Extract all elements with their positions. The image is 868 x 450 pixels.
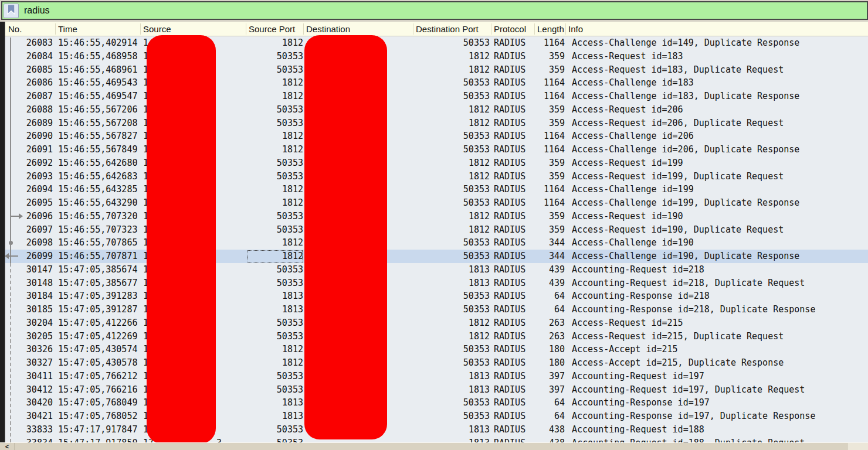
cell-length: 359 <box>535 223 565 237</box>
cell-protocol: RADIUS <box>490 396 535 410</box>
column-header-length[interactable]: Length <box>535 23 566 35</box>
packet-row[interactable]: 2608315:46:55,4029141181250353RADIUS1164… <box>0 36 868 50</box>
cell-source-port: 50353 <box>246 263 303 277</box>
cell-no: 26094 <box>0 183 53 196</box>
cell-protocol: RADIUS <box>490 36 535 50</box>
packet-row[interactable]: 3041115:47:05,7662121503531813RADIUS397A… <box>0 370 868 383</box>
cell-source-port: 1812 <box>246 250 303 263</box>
packet-row[interactable]: 3014815:47:05,3856771503531813RADIUS439A… <box>0 277 868 290</box>
cell-no: 26083 <box>0 36 53 50</box>
cell-source-port: 1813 <box>246 289 303 303</box>
cell-destination-port: 50353 <box>413 76 490 90</box>
cell-length: 359 <box>535 117 565 130</box>
filter-bookmark-button[interactable] <box>4 4 19 18</box>
packet-row[interactable]: 3020415:47:05,4122661503531812RADIUS263A… <box>0 316 868 330</box>
packet-row[interactable]: 2609115:46:55,5678491181250353RADIUS1164… <box>0 143 868 156</box>
cell-length: 1164 <box>535 196 565 210</box>
packet-row[interactable]: 3014715:47:05,3856741503531813RADIUS439A… <box>0 263 868 277</box>
packet-row[interactable]: 2609215:46:55,6426801503531812RADIUS359A… <box>0 156 868 170</box>
cell-destination-port: 1813 <box>413 383 490 397</box>
horizontal-scrollbar[interactable]: < <box>0 442 868 450</box>
packet-row[interactable]: 3383415:47:17,91785017503531813RADIUS438… <box>0 437 868 443</box>
cell-source-port: 50353 <box>246 63 303 77</box>
packet-row[interactable]: 2609415:46:55,6432851181250353RADIUS1164… <box>0 183 868 196</box>
cell-protocol: RADIUS <box>490 223 535 237</box>
packet-row[interactable]: 3032715:47:05,4305781181250353RADIUS180A… <box>0 356 868 370</box>
cell-time: 15:46:55,643290 <box>53 196 141 210</box>
column-header-destination-port[interactable]: Destination Port <box>413 23 491 35</box>
cell-time: 15:47:05,385674 <box>53 263 141 277</box>
cell-length: 359 <box>535 170 565 183</box>
packet-row[interactable]: 3032615:47:05,4305741181250353RADIUS180A… <box>0 343 868 356</box>
cell-length: 263 <box>535 316 565 330</box>
packet-row[interactable]: 2608615:46:55,4695431181250353RADIUS1164… <box>0 76 868 90</box>
cell-info: Access-Challenge id=183, Duplicate Respo… <box>565 90 868 103</box>
cell-destination-port: 50353 <box>413 129 490 143</box>
column-header-destination[interactable]: Destination <box>304 23 413 35</box>
cell-destination-port: 1813 <box>413 423 490 437</box>
packet-row[interactable]: 2608415:46:55,4689581503531812RADIUS359A… <box>0 50 868 63</box>
packet-row[interactable]: 2609015:46:55,5678271181250353RADIUS1164… <box>0 129 868 143</box>
packet-row[interactable]: 2609615:46:55,7073201503531812RADIUS359A… <box>0 210 868 223</box>
cell-destination-port: 1812 <box>413 170 490 183</box>
packet-row[interactable]: 3020515:47:05,4122691503531812RADIUS263A… <box>0 330 868 343</box>
cell-protocol: RADIUS <box>490 277 535 290</box>
scroll-left-button[interactable]: < <box>0 443 14 450</box>
cell-no: 26090 <box>0 129 53 143</box>
cell-destination-port: 1812 <box>413 330 490 343</box>
column-header-info[interactable]: Info <box>566 23 868 35</box>
cell-length: 359 <box>535 63 565 77</box>
scrollbar-thumb[interactable] <box>14 443 847 450</box>
cell-info: Access-Request id=215 <box>565 316 868 330</box>
cell-no: 26089 <box>0 117 53 130</box>
packet-row[interactable]: 3042115:47:05,7680521181350353RADIUS64Ac… <box>0 410 868 423</box>
cell-source-port: 50353 <box>246 370 303 383</box>
display-filter-input[interactable]: radius <box>19 2 867 19</box>
packet-row[interactable]: 2609715:46:55,7073231503531812RADIUS359A… <box>0 223 868 237</box>
packet-row[interactable]: 2609915:46:55,7078711181250353RADIUS344A… <box>0 250 868 263</box>
cell-destination-port: 50353 <box>413 143 490 156</box>
column-header-protocol[interactable]: Protocol <box>491 23 535 35</box>
cell-length: 64 <box>535 410 565 423</box>
cell-protocol: RADIUS <box>490 210 535 223</box>
cell-destination-port: 1813 <box>413 437 490 443</box>
cell-source-port: 1812 <box>246 196 303 210</box>
cell-length: 1164 <box>535 129 565 143</box>
column-header-time[interactable]: Time <box>56 23 141 35</box>
column-header-source-port[interactable]: Source Port <box>246 23 304 35</box>
cell-time: 15:46:55,642680 <box>53 156 141 170</box>
cell-no: 30421 <box>0 410 53 423</box>
cell-info: Accounting-Request id=188, Duplicate Req… <box>565 437 868 443</box>
cell-time: 15:46:55,567208 <box>53 117 141 130</box>
cell-source-tail: 3 <box>216 437 222 443</box>
packet-row[interactable]: 3018415:47:05,3912831181350353RADIUS64Ac… <box>0 289 868 303</box>
cell-time: 15:46:55,707865 <box>53 236 141 250</box>
packet-row[interactable]: 2609815:46:55,7078651181250353RADIUS344A… <box>0 236 868 250</box>
cell-source-port: 50353 <box>246 223 303 237</box>
packet-row[interactable]: 3041215:47:05,7662161503531813RADIUS397A… <box>0 383 868 397</box>
column-header-source[interactable]: Source <box>141 23 246 35</box>
cell-no: 26088 <box>0 103 53 117</box>
packet-row[interactable]: 2609315:46:55,6426831503531812RADIUS359A… <box>0 170 868 183</box>
packet-row[interactable]: 2608515:46:55,4689611503531812RADIUS359A… <box>0 63 868 77</box>
packet-row[interactable]: 3383315:47:17,9178471503531813RADIUS438A… <box>0 423 868 437</box>
cell-time: 15:46:55,567206 <box>53 103 141 117</box>
packet-row[interactable]: 3042015:47:05,7680491181350353RADIUS64Ac… <box>0 396 868 410</box>
cell-info: Accounting-Response id=197, Duplicate Re… <box>565 410 868 423</box>
cell-info: Accounting-Request id=197, Duplicate Req… <box>565 383 868 397</box>
packet-row[interactable]: 2608915:46:55,5672081503531812RADIUS359A… <box>0 117 868 130</box>
packet-row[interactable]: 2609515:46:55,6432901181250353RADIUS1164… <box>0 196 868 210</box>
cell-no: 26096 <box>0 210 53 223</box>
cell-protocol: RADIUS <box>490 76 535 90</box>
cell-destination-port: 50353 <box>413 236 490 250</box>
packet-row[interactable]: 2608715:46:55,4695471181250353RADIUS1164… <box>0 90 868 103</box>
cell-protocol: RADIUS <box>490 236 535 250</box>
cell-length: 439 <box>535 263 565 277</box>
packet-row[interactable]: 3018515:47:05,3912871181350353RADIUS64Ac… <box>0 303 868 316</box>
column-header-no[interactable]: No. <box>0 23 56 35</box>
cell-no: 26098 <box>0 236 53 250</box>
cell-destination-port: 1813 <box>413 370 490 383</box>
cell-length: 1164 <box>535 143 565 156</box>
packet-row[interactable]: 2608815:46:55,5672061503531812RADIUS359A… <box>0 103 868 117</box>
cell-no: 26092 <box>0 156 53 170</box>
